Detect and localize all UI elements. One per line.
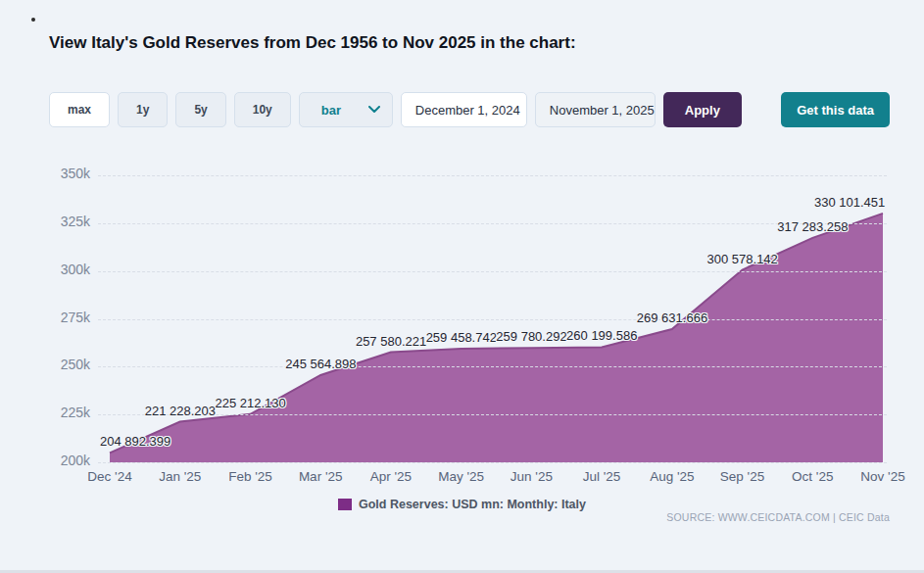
- data-label: 317 283.258: [777, 219, 848, 234]
- data-label: 221 228.203: [145, 404, 216, 418]
- y-axis-label: 225k: [0, 405, 90, 420]
- legend: Gold Reserves: USD mn: Monthly: Italy: [0, 490, 924, 511]
- data-label: 269 631.666: [637, 310, 707, 325]
- data-label: 257 580.221: [356, 334, 426, 349]
- gridline: [98, 319, 887, 320]
- stray-bullet-dot: [31, 18, 35, 22]
- range-button-10y[interactable]: 10y: [234, 92, 291, 127]
- gridline: [98, 366, 887, 367]
- controls-bar: max 1y 5y 10y bar December 1, 2024 Novem…: [49, 92, 890, 127]
- gridline: [98, 175, 887, 176]
- data-label: 259 458.742: [426, 330, 497, 345]
- range-button-5y[interactable]: 5y: [175, 92, 225, 127]
- data-label: 260 199.586: [566, 328, 637, 343]
- chart-type-value: bar: [321, 103, 341, 118]
- chevron-down-icon: [368, 106, 380, 114]
- y-axis-label: 200k: [0, 453, 90, 468]
- y-axis-label: 275k: [0, 310, 90, 325]
- y-axis-label: 300k: [0, 262, 90, 277]
- end-date-input[interactable]: November 1, 2025: [535, 92, 656, 127]
- page-title: View Italy's Gold Reserves from Dec 1956…: [49, 33, 890, 53]
- chart: 200k225k250k275k300k325k350k 204 892.399…: [0, 163, 924, 490]
- data-label: 330 101.451: [814, 195, 885, 210]
- source-text: SOURCE: WWW.CEICDATA.COM | CEIC Data: [666, 511, 890, 523]
- data-label: 245 564.898: [285, 357, 356, 371]
- get-data-button[interactable]: Get this data: [781, 92, 890, 127]
- data-label: 300 578.142: [707, 252, 778, 266]
- y-axis-label: 250k: [0, 357, 90, 372]
- chart-footer-row: Gold Reserves: USD mn: Monthly: Italy SO…: [0, 490, 924, 529]
- legend-label: Gold Reserves: USD mn: Monthly: Italy: [359, 498, 586, 511]
- gridline: [98, 462, 887, 463]
- data-label: 259 780.292: [496, 329, 566, 344]
- x-axis-label: Nov '25: [839, 469, 924, 484]
- start-date-input[interactable]: December 1, 2024: [401, 92, 527, 127]
- gridline: [98, 414, 887, 415]
- gridline: [98, 271, 887, 272]
- apply-button[interactable]: Apply: [663, 92, 742, 127]
- legend-swatch: [338, 499, 352, 510]
- chart-type-select[interactable]: bar: [299, 92, 393, 127]
- gridline: [98, 223, 887, 224]
- y-axis-label: 325k: [0, 214, 90, 229]
- plot-area: 204 892.399221 228.203225 212.130245 564…: [98, 175, 887, 463]
- data-label: 204 892.399: [100, 434, 170, 449]
- data-label: 225 212.130: [215, 396, 285, 410]
- range-button-max[interactable]: max: [49, 92, 110, 127]
- range-button-1y[interactable]: 1y: [118, 92, 168, 127]
- y-axis-label: 350k: [0, 166, 90, 181]
